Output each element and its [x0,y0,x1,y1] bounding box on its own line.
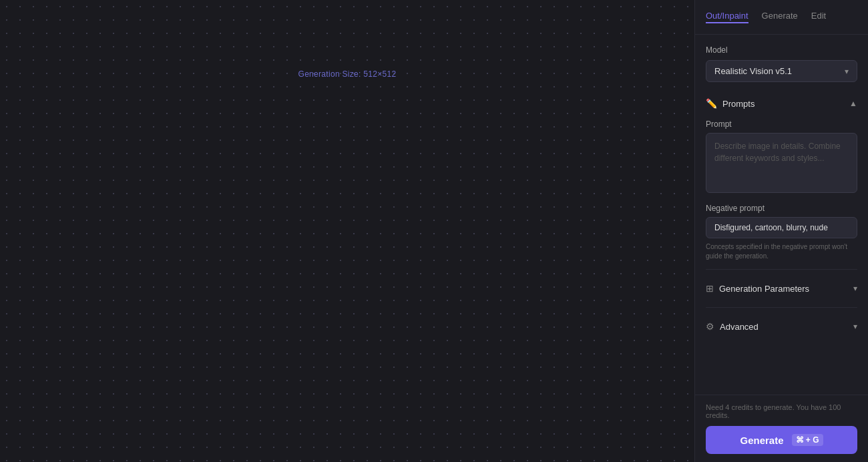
model-chevron-icon: ▾ [845,67,849,76]
panel-content: Model Realistic Vision v5.1 ▾ ✏️ Prompts… [695,35,868,395]
prompts-collapse-icon: ▲ [849,99,857,108]
prompts-section-header[interactable]: ✏️ Prompts ▲ [706,93,857,114]
generate-button[interactable]: Generate ⌘ + G [706,426,857,454]
model-selected-value: Realistic Vision v5.1 [714,66,792,76]
advanced-section-title: Advanced [720,322,758,332]
prompt-label: Prompt [706,120,857,129]
right-panel: Out/Inpaint Generate Edit Model Realisti… [694,0,868,462]
advanced-collapse-icon: ▾ [853,322,857,331]
model-select[interactable]: Realistic Vision v5.1 ▾ [706,60,857,82]
divider-1 [706,269,857,270]
prompts-header-left: ✏️ Prompts [706,98,754,109]
generation-parameters-header[interactable]: ⊞ Generation Parameters ▾ [706,278,857,299]
canvas-area: Generation Size: 512×512 [0,0,694,462]
generate-button-label: Generate [740,435,783,446]
negative-prompt-input[interactable] [706,217,857,238]
model-label: Model [706,45,857,55]
credits-text: Need 4 credits to generate. You have 100… [706,403,857,419]
negative-prompt-label: Negative prompt [706,204,857,213]
gen-params-collapse-icon: ▾ [853,284,857,293]
advanced-section-header[interactable]: ⚙ Advanced ▾ [706,316,857,337]
divider-2 [706,307,857,308]
bottom-bar: Need 4 credits to generate. You have 100… [695,395,868,462]
pencil-icon: ✏️ [706,98,717,109]
generation-parameters-title: Generation Parameters [719,284,809,294]
generation-size-label: Generation Size: 512×512 [298,69,397,79]
negative-prompt-hint: Concepts specified in the negative promp… [706,242,857,261]
gen-params-header-left: ⊞ Generation Parameters [706,283,809,294]
tab-generate[interactable]: Generate [762,11,798,23]
prompts-section-title: Prompts [722,99,754,109]
advanced-header-left: ⚙ Advanced [706,321,758,332]
sliders-icon: ⊞ [706,283,714,294]
gear-icon: ⚙ [706,321,714,332]
prompt-textarea[interactable] [706,133,857,193]
tab-out-inpaint[interactable]: Out/Inpaint [706,11,748,23]
tab-edit[interactable]: Edit [811,11,826,23]
generate-shortcut: ⌘ + G [792,434,823,446]
tab-bar: Out/Inpaint Generate Edit [695,0,868,35]
